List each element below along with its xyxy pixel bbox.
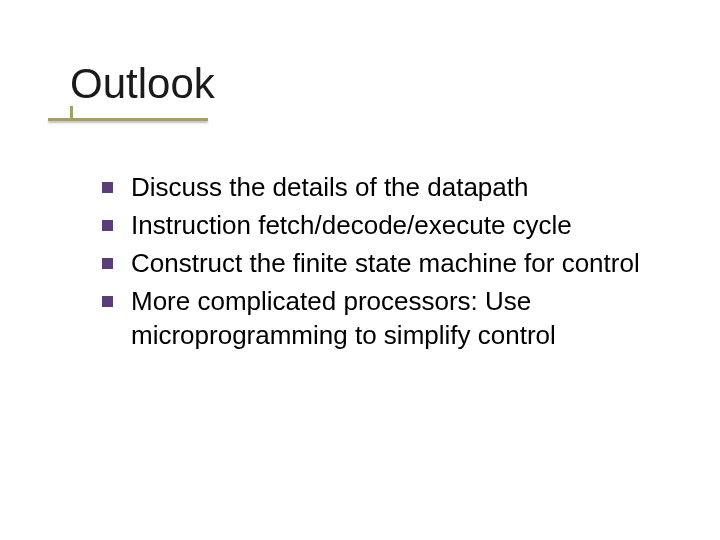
bullet-text: More complicated processors: Use micropr…: [131, 284, 672, 352]
bullet-text: Construct the finite state machine for c…: [131, 246, 640, 280]
list-item: More complicated processors: Use micropr…: [102, 284, 672, 352]
square-bullet-icon: [102, 258, 113, 269]
slide-body: Discuss the details of the datapath Inst…: [102, 170, 672, 356]
list-item: Instruction fetch/decode/execute cycle: [102, 208, 672, 242]
bullet-text: Instruction fetch/decode/execute cycle: [131, 208, 572, 242]
square-bullet-icon: [102, 220, 113, 231]
bullet-text: Discuss the details of the datapath: [131, 170, 528, 204]
title-tick: [70, 106, 73, 120]
slide: Outlook Discuss the details of the datap…: [0, 0, 720, 540]
slide-title: Outlook: [70, 60, 215, 108]
square-bullet-icon: [102, 182, 113, 193]
list-item: Construct the finite state machine for c…: [102, 246, 672, 280]
list-item: Discuss the details of the datapath: [102, 170, 672, 204]
title-wrap: Outlook: [70, 60, 215, 108]
square-bullet-icon: [102, 296, 113, 307]
